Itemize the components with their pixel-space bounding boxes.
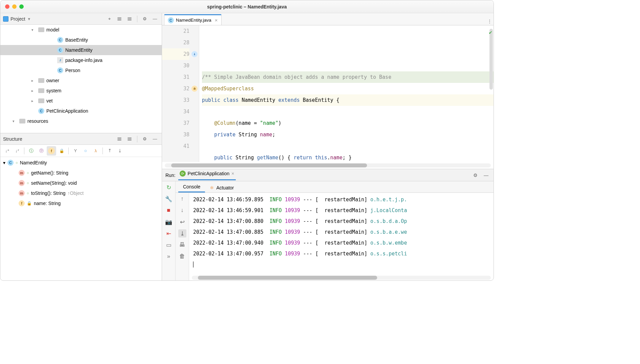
structure-item[interactable]: ▾C○NamedEntity xyxy=(0,158,162,168)
dropdown-icon[interactable]: ▼ xyxy=(27,17,31,21)
sort-alpha-icon[interactable]: ↓ᶻ xyxy=(13,146,22,156)
expand-all-icon[interactable] xyxy=(115,15,123,23)
close-run-tab-icon[interactable]: × xyxy=(231,171,234,176)
show-interfaces-icon[interactable]: Ⓘ xyxy=(26,146,36,156)
dump-icon[interactable]: 📷 xyxy=(165,218,173,226)
project-tree[interactable]: ▾modelCBaseEntityCNamedEntityJpackage-in… xyxy=(0,25,162,133)
structure-toolbar: ↓ᵃ ↓ᶻ Ⓘ ⓟ f 🔒 Y ○ λ ⤒ ⤓ xyxy=(0,145,162,157)
collapse-icon[interactable] xyxy=(125,135,134,143)
tree-item[interactable]: Jpackage-info.java xyxy=(0,55,162,65)
clear-icon[interactable]: 🗑 xyxy=(178,252,186,260)
console-output[interactable]: 2022-02-14 13:46:59.895 INFO 10939 --- [… xyxy=(189,193,494,275)
structure-tree[interactable]: ▾C○NamedEntitym○getName(): Stringm○setNa… xyxy=(0,157,162,280)
window-title: spring-petclinic – NamedEntity.java xyxy=(0,4,494,9)
sort-visibility-icon[interactable]: ↓ᵃ xyxy=(2,146,12,156)
tree-item[interactable]: CNamedEntity xyxy=(0,45,162,55)
structure-panel-header: Structure ⚙ — xyxy=(0,133,162,145)
console-scrollbar[interactable] xyxy=(192,276,491,280)
code-editor[interactable]: 212829↓303132a3334373841 ✔ /** Simple Ja… xyxy=(162,25,494,162)
autoscroll-from-icon[interactable]: ⤓ xyxy=(115,146,124,156)
close-tab-icon[interactable]: × xyxy=(215,17,218,23)
project-icon xyxy=(3,16,8,22)
tree-item[interactable]: ▾model xyxy=(0,25,162,35)
gutter: 212829↓303132a3334373841 xyxy=(162,25,199,162)
tree-item[interactable]: ▸system xyxy=(0,86,162,96)
run-toolbar-left: ↻ 🔧 ■ 📷 ⇤ ▭ » xyxy=(162,181,176,280)
tree-item[interactable]: ▸owner xyxy=(0,75,162,86)
lambda-icon[interactable]: λ xyxy=(91,146,100,156)
locate-icon[interactable]: ⌖ xyxy=(105,15,113,23)
hide-panel-icon[interactable]: — xyxy=(151,135,159,143)
down-icon[interactable]: ↓ xyxy=(178,206,186,214)
structure-item[interactable]: m○toString(): String ↑Object xyxy=(0,188,162,198)
scroll-end-icon[interactable]: ⤓ xyxy=(178,229,186,237)
run-panel-header: Run: ⟳ PetClinicApplication × ⚙ — xyxy=(162,169,494,181)
tree-item[interactable]: ▾resources xyxy=(0,116,162,126)
soft-wrap-icon[interactable]: ↩ xyxy=(178,218,186,226)
project-panel-header: Project ▼ ⌖ ⚙ — xyxy=(0,13,162,25)
layout-icon[interactable]: ▭ xyxy=(165,241,173,249)
expand-icon[interactable] xyxy=(115,135,123,143)
project-panel-title: Project xyxy=(10,16,25,22)
tree-item[interactable]: CPerson xyxy=(0,65,162,75)
settings-icon[interactable]: ⚙ xyxy=(141,15,149,23)
actuator-tab[interactable]: ⚛ Actuator xyxy=(205,183,238,192)
console-toolbar: ↑ ↓ ↩ ⤓ 🖶 🗑 xyxy=(176,193,189,280)
editor-tab[interactable]: C NamedEntity.java × xyxy=(164,14,222,25)
autoscroll-to-icon[interactable]: ⤒ xyxy=(105,146,114,156)
exit-icon[interactable]: ⇤ xyxy=(165,229,173,237)
show-private-icon[interactable]: 🔒 xyxy=(57,146,66,156)
structure-panel-title: Structure xyxy=(3,136,22,142)
console-tabs: Console ⚛ Actuator xyxy=(176,181,494,193)
settings-icon[interactable]: ⚙ xyxy=(141,135,149,143)
console-tab[interactable]: Console xyxy=(178,182,205,192)
run-panel: Run: ⟳ PetClinicApplication × ⚙ — ↻ 🔧 ■ xyxy=(162,169,494,280)
run-settings-icon[interactable]: ⚙ xyxy=(471,171,479,179)
tab-options-icon[interactable]: ⋮ xyxy=(485,17,494,25)
inspection-ok-icon[interactable]: ✔ xyxy=(489,27,492,38)
inherited-icon[interactable]: Y xyxy=(71,146,80,156)
spring-icon: ⟳ xyxy=(180,170,186,177)
collapse-all-icon[interactable] xyxy=(125,15,134,23)
tree-item[interactable]: CBaseEntity xyxy=(0,35,162,45)
print-icon[interactable]: 🖶 xyxy=(178,241,186,249)
run-label: Run: xyxy=(165,173,176,178)
rerun-icon[interactable]: ↻ xyxy=(165,183,173,191)
anonymous-icon[interactable]: ○ xyxy=(81,146,90,156)
show-fields-icon[interactable]: f xyxy=(47,146,56,156)
editor-tabs: C NamedEntity.java × ⋮ xyxy=(162,13,494,25)
hide-run-icon[interactable]: — xyxy=(482,171,490,179)
structure-item[interactable]: m○setName(String): void xyxy=(0,178,162,188)
up-icon[interactable]: ↑ xyxy=(178,195,186,203)
titlebar: spring-petclinic – NamedEntity.java xyxy=(0,0,494,13)
editor-scrollbar[interactable] xyxy=(165,163,491,167)
wrench-icon[interactable]: 🔧 xyxy=(165,195,173,203)
class-icon: C xyxy=(168,17,174,23)
hide-panel-icon[interactable]: — xyxy=(151,15,159,23)
run-config-tab[interactable]: ⟳ PetClinicApplication × xyxy=(178,170,236,180)
more-icon[interactable]: » xyxy=(165,252,173,260)
stop-icon[interactable]: ■ xyxy=(165,206,173,214)
show-properties-icon[interactable]: ⓟ xyxy=(37,146,46,156)
structure-item[interactable]: f🔒name: String xyxy=(0,198,162,208)
code-area[interactable]: ✔ /** Simple JavaBean domain object adds… xyxy=(199,25,494,162)
tree-item[interactable]: ▸vet xyxy=(0,96,162,106)
tree-item[interactable]: CPetClinicApplication xyxy=(0,106,162,116)
editor-tab-label: NamedEntity.java xyxy=(176,18,211,23)
structure-item[interactable]: m○getName(): String xyxy=(0,168,162,178)
